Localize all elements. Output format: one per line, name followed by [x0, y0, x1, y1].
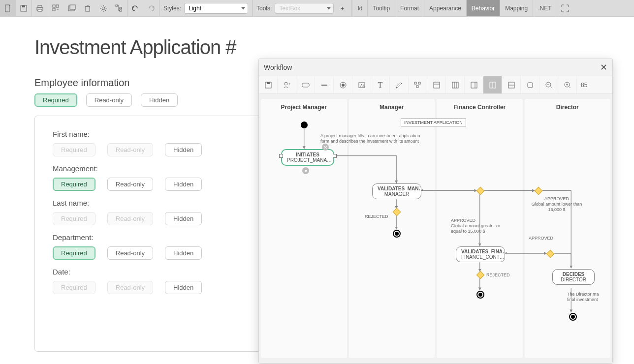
svg-rect-12 — [86, 6, 90, 11]
tab-behavior[interactable]: Behavior — [466, 0, 500, 16]
workflow-toolbar: + Aa T 85 — [259, 76, 612, 94]
lane-pm: Project Manager — [261, 99, 347, 358]
tab-net[interactable]: .NET — [533, 0, 556, 16]
svg-rect-2 — [22, 5, 25, 7]
state-pill-hidden[interactable]: Hidden — [165, 143, 202, 156]
state-pill-readonly[interactable]: Read-only — [107, 281, 153, 294]
lane-finance: Finance Controller — [437, 99, 523, 358]
workflow-panel: Workflow ✕ + Aa T 85 Project Manager Ma — [258, 59, 613, 364]
svg-point-21 — [285, 82, 287, 85]
svg-rect-37 — [471, 82, 477, 88]
state-pill-required[interactable]: Required — [53, 178, 95, 191]
state-pill-required[interactable]: Required — [53, 143, 95, 156]
svg-rect-20 — [267, 82, 270, 84]
section-pill-readonly[interactable]: Read-only — [86, 93, 132, 107]
workflow-title: Workflow — [264, 63, 292, 71]
fullscreen-icon[interactable] — [557, 0, 573, 16]
tab-appearance[interactable]: Appearance — [424, 0, 466, 16]
svg-text:+: + — [288, 82, 291, 86]
tab-tooltip[interactable]: Tooltip — [367, 0, 395, 16]
section-pill-hidden[interactable]: Hidden — [141, 93, 178, 107]
wf-save-icon[interactable] — [259, 76, 278, 93]
trash-icon[interactable] — [80, 0, 95, 16]
wf-layout1-icon[interactable] — [427, 76, 446, 93]
workflow-body: Project Manager Manager Finance Controll… — [259, 94, 612, 363]
wf-actor-add-icon[interactable]: + — [278, 76, 296, 93]
tree-icon[interactable] — [111, 0, 127, 16]
svg-line-48 — [569, 87, 571, 88]
wf-textframe-icon[interactable]: Aa — [352, 76, 371, 93]
svg-point-26 — [342, 84, 345, 87]
wf-zoom-out-icon[interactable] — [539, 76, 558, 93]
section-pill-required[interactable]: Required — [34, 93, 77, 107]
state-pill-hidden[interactable]: Hidden — [165, 212, 202, 225]
wf-line-icon[interactable] — [315, 76, 334, 93]
svg-rect-11 — [70, 5, 75, 9]
app-toolbar: + Styles: Light Tools: TextBox ＋ IdToolt… — [0, 0, 634, 17]
state-pill-required[interactable]: Required — [53, 281, 95, 294]
svg-rect-29 — [414, 82, 416, 84]
svg-rect-31 — [416, 86, 418, 88]
add-tool-icon[interactable]: ＋ — [337, 4, 348, 13]
svg-rect-6 — [53, 5, 55, 7]
wf-single-icon[interactable] — [521, 76, 539, 93]
wf-align-distribute-icon[interactable] — [409, 76, 427, 93]
state-pill-readonly[interactable]: Read-only — [107, 246, 153, 260]
gear-icon[interactable] — [95, 0, 111, 16]
svg-rect-8 — [53, 8, 55, 11]
svg-rect-30 — [418, 82, 420, 84]
svg-rect-0 — [5, 5, 9, 12]
wf-zoom-value: 85 — [577, 76, 591, 93]
svg-point-15 — [102, 7, 105, 10]
wf-sidebar-right-icon[interactable] — [465, 76, 483, 93]
lane-director: Director — [525, 99, 611, 358]
redo-icon[interactable] — [143, 0, 159, 16]
wf-columns3-icon[interactable] — [446, 76, 465, 93]
wf-rect-icon[interactable] — [296, 76, 315, 93]
state-pill-required[interactable]: Required — [53, 212, 95, 225]
tab-id[interactable]: Id — [352, 0, 367, 16]
wf-columns2-icon[interactable] — [483, 76, 502, 93]
tools-select[interactable]: TextBox — [275, 3, 334, 14]
window-icon[interactable] — [64, 0, 80, 16]
svg-rect-16 — [116, 5, 118, 6]
wf-pen-icon[interactable] — [390, 76, 409, 93]
wf-zoom-in-icon[interactable] — [558, 76, 577, 93]
tab-mapping[interactable]: Mapping — [500, 0, 533, 16]
undo-icon[interactable] — [127, 0, 143, 16]
state-pill-required[interactable]: Required — [53, 246, 95, 260]
svg-text:Aa: Aa — [360, 84, 365, 87]
svg-rect-34 — [452, 82, 458, 88]
grid-add-icon[interactable]: + — [48, 0, 64, 16]
styles-select[interactable]: Light — [184, 3, 248, 14]
close-icon[interactable]: ✕ — [600, 62, 607, 73]
svg-rect-43 — [528, 83, 533, 88]
svg-rect-18 — [120, 10, 122, 11]
save-icon[interactable] — [16, 0, 32, 16]
wf-text-icon[interactable]: T — [371, 76, 390, 93]
tab-format[interactable]: Format — [395, 0, 424, 16]
state-pill-hidden[interactable]: Hidden — [165, 178, 202, 191]
svg-rect-5 — [38, 9, 42, 11]
state-pill-readonly[interactable]: Read-only — [107, 178, 153, 191]
styles-label: Styles: — [163, 5, 181, 12]
state-pill-hidden[interactable]: Hidden — [165, 281, 202, 294]
svg-text:+: + — [57, 7, 59, 12]
new-file-icon[interactable] — [0, 0, 16, 16]
svg-rect-4 — [38, 5, 42, 7]
svg-rect-23 — [302, 83, 309, 87]
page-title: Investment Application # — [34, 36, 634, 59]
svg-rect-32 — [434, 82, 440, 88]
tools-label: Tools: — [256, 5, 272, 12]
lane-manager: Manager — [349, 99, 435, 358]
svg-line-45 — [550, 87, 552, 88]
form-canvas: Investment Application # Employee inform… — [0, 17, 634, 352]
state-pill-hidden[interactable]: Hidden — [165, 246, 202, 260]
wf-rows-icon[interactable] — [502, 76, 521, 93]
state-pill-readonly[interactable]: Read-only — [107, 212, 153, 225]
wf-circle-icon[interactable] — [334, 76, 352, 93]
svg-rect-17 — [120, 7, 122, 9]
print-icon[interactable] — [32, 0, 48, 16]
state-pill-readonly[interactable]: Read-only — [107, 143, 153, 156]
